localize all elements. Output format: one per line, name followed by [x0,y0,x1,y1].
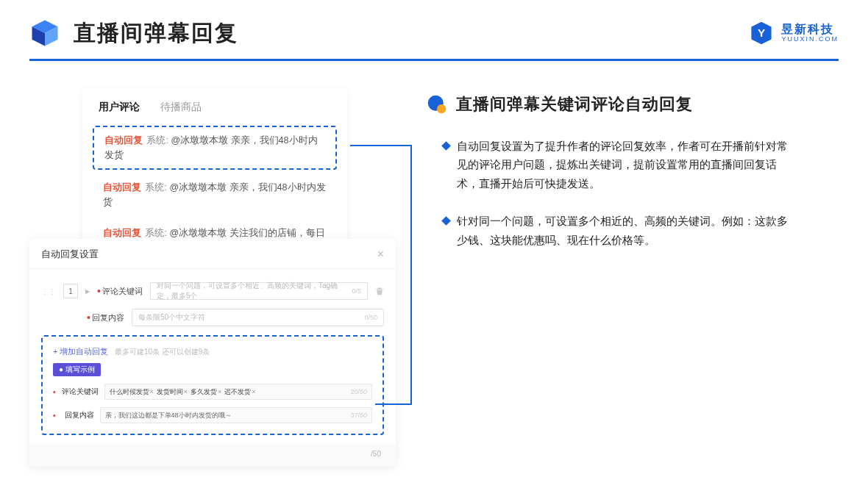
keyword-chip[interactable]: 发货时间 [157,387,188,397]
tab-pending-goods[interactable]: 待播商品 [160,101,202,114]
comment-row: 自动回复 系统: @冰墩墩本墩 亲亲，我们48小时内发货 [93,174,337,215]
expand-icon[interactable]: ▶ [85,288,90,295]
reply-placeholder: 每条限50个中文字符 [138,312,205,323]
bullet-text: 针对同一个问题，可设置多个相近的、高频的关键词。例如：这款多少钱、这块能优惠吗、… [457,212,788,250]
example-reply-text: 亲，我们这边都是下单48小时内发货的哦～ [105,411,232,420]
diamond-icon [441,216,451,226]
reply-input[interactable]: 每条限50个中文字符 0/50 [132,309,384,326]
keyword-label: 评论关键词 [97,285,143,297]
header-left: 直播间弹幕回复 [29,18,238,49]
bullet-item: 自动回复设置为了提升作者的评论回复效率，作者可在开播前针对常见的评论用户问题，提… [443,137,839,193]
chat-bubble-icon [427,94,447,115]
example-keyword-label: 评论关键词 [62,387,99,397]
cube-icon [29,18,60,49]
keyword-input[interactable]: 对同一个问题，可设置多个相近、高频的关键词，Tag确定，最多5个 0/5 [150,282,368,300]
bullet-text: 自动回复设置为了提升作者的评论回复效率，作者可在开播前针对常见的评论用户问题，提… [457,137,788,193]
section-subtitle: 直播间弹幕关键词评论自动回复 [456,93,693,115]
system-label: 系统: [145,228,166,238]
explanation-section: 直播间弹幕关键词评论自动回复 自动回复设置为了提升作者的评论回复效率，作者可在开… [427,87,839,286]
auto-reply-tag: 自动回复 [104,135,143,146]
form-row-keyword: ⋮⋮ 1 ▶ 评论关键词 对同一个问题，可设置多个相近、高频的关键词，Tag确定… [41,282,384,300]
keyword-placeholder: 对同一个问题，可设置多个相近、高频的关键词，Tag确定，最多5个 [157,281,352,301]
tab-user-comments[interactable]: 用户评论 [99,101,140,114]
example-keyword-row: • 评论关键词 什么时候发货 发货时间 多久发货 迟不发货 20/50 [53,384,372,400]
drag-handle-icon[interactable]: ⋮⋮ [41,287,56,295]
footer-counter: /50 [371,450,381,458]
trash-icon[interactable] [375,286,384,296]
diamond-icon [441,141,451,151]
keyword-chip[interactable]: 什么时候发货 [110,387,154,397]
close-icon[interactable]: × [377,248,384,261]
auto-reply-tag: 自动回复 [103,228,141,238]
modal-title: 自动回复设置 [41,248,99,261]
add-hint: 最多可建10条 还可以创建9条 [115,348,210,356]
form-row-reply: 回复内容 每条限50个中文字符 0/50 [41,309,384,326]
row-number: 1 [63,284,78,298]
brand-logo: Y 昱新科技 YUUXIN.COM [749,21,839,46]
keyword-chip[interactable]: 迟不发货 [224,387,255,397]
system-label: 系统: [145,182,166,193]
system-label: 系统: [146,135,168,146]
bullet-item: 针对同一个问题，可设置多个相近的、高频的关键词。例如：这款多少钱、这块能优惠吗、… [443,212,839,250]
svg-text:Y: Y [758,26,765,39]
example-reply-input[interactable]: 亲，我们这边都是下单48小时内发货的哦～ 37/50 [100,407,372,423]
connector-line [350,145,412,146]
keyword-counter: 0/5 [352,287,361,295]
page-title: 直播间弹幕回复 [74,18,238,49]
brand-name-cn: 昱新科技 [781,23,839,36]
reply-counter: 0/50 [364,314,377,321]
auto-reply-settings-modal: 自动回复设置 × ⋮⋮ 1 ▶ 评论关键词 对同一个问题，可设置多个相近、高频的… [29,239,396,467]
reply-label: 回复内容 [87,312,124,323]
page-header: 直播间弹幕回复 Y 昱新科技 YUUXIN.COM [0,0,868,49]
svg-point-5 [437,104,446,113]
example-badge: ● 填写示例 [53,363,101,376]
brand-icon: Y [749,21,774,46]
add-auto-reply-link[interactable]: + 增加自动回复 [53,347,108,356]
demo-screenshots: 用户评论 待播商品 自动回复 系统: @冰墩墩本墩 亲亲，我们48小时内发货 自… [29,87,397,286]
example-reply-row: • 回复内容 亲，我们这边都是下单48小时内发货的哦～ 37/50 [53,407,372,423]
example-reply-label: 回复内容 [62,410,94,420]
example-block: + 增加自动回复 最多可建10条 还可以创建9条 ● 填写示例 • 评论关键词 … [41,335,384,435]
example-keyword-input[interactable]: 什么时候发货 发货时间 多久发货 迟不发货 20/50 [104,384,372,400]
auto-reply-tag: 自动回复 [103,182,141,193]
keyword-chip[interactable]: 多久发货 [191,387,221,397]
comment-row-highlighted: 自动回复 系统: @冰墩墩本墩 亲亲，我们48小时内发货 [93,126,337,170]
example-keyword-counter: 20/50 [350,388,367,395]
modal-footer: /50 [29,444,396,467]
connector-line [410,145,412,403]
comments-tabs: 用户评论 待播商品 [82,101,347,121]
example-reply-counter: 37/50 [350,412,367,419]
brand-name-en: YUUXIN.COM [781,36,839,43]
